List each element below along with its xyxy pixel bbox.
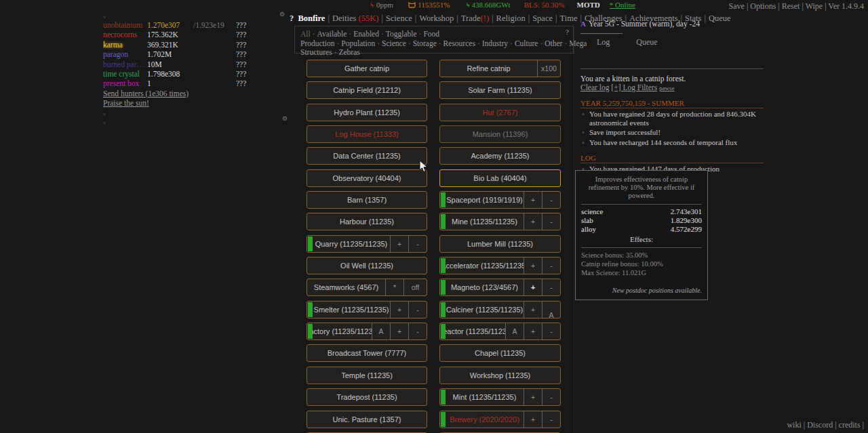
- collapse-section-icon[interactable]: v: [103, 110, 266, 117]
- motd-link[interactable]: MOTD: [577, 1, 600, 9]
- button-smelter[interactable]: Smelter (11235/11235)+-: [307, 301, 427, 318]
- praise-the-sun-link[interactable]: Praise the sun!: [103, 98, 266, 108]
- sub-button-blank[interactable]: -: [542, 213, 560, 230]
- sub-button-blank[interactable]: -: [542, 323, 560, 339]
- sub-button-blank[interactable]: -: [542, 279, 560, 295]
- button-hut[interactable]: Hut (2767): [439, 104, 561, 121]
- button-steamworks[interactable]: Steamworks (4567)*off: [307, 279, 427, 296]
- button-spaceport[interactable]: Spaceport (1919/1919)+-: [439, 191, 561, 209]
- filters-help-icon[interactable]: ?: [566, 28, 569, 37]
- sub-button-blank[interactable]: +: [524, 257, 542, 274]
- sub-button-blank[interactable]: -: [542, 257, 560, 274]
- tab-bonfire[interactable]: Bonfire: [298, 14, 325, 23]
- button-workshop[interactable]: Workshop (11235): [439, 367, 561, 384]
- tab-religion[interactable]: Religion: [496, 14, 526, 23]
- sub-button-blank[interactable]: -: [542, 411, 560, 428]
- sub-button-blank[interactable]: -: [408, 302, 427, 318]
- button-bio-lab[interactable]: Bio Lab (40404): [439, 169, 561, 187]
- tab-trade[interactable]: Trade(!): [461, 14, 489, 23]
- button-academy[interactable]: Academy (11235): [439, 147, 561, 165]
- button-mint[interactable]: Mint (11235/11235)+-: [439, 388, 561, 406]
- button-log-house[interactable]: Log House (11333): [307, 125, 427, 143]
- tab-science[interactable]: Science: [386, 14, 412, 23]
- sub-button-blank[interactable]: +: [524, 192, 542, 208]
- filter-science[interactable]: Science: [382, 39, 406, 47]
- wipe-link[interactable]: Wipe: [806, 1, 823, 11]
- sub-button-off[interactable]: off: [403, 279, 427, 295]
- collapse-section-icon[interactable]: v: [103, 119, 266, 126]
- filter-storage[interactable]: Storage: [413, 39, 437, 47]
- sub-button-blank[interactable]: -: [542, 389, 560, 405]
- filter-available[interactable]: Available: [317, 30, 347, 38]
- sub-button-blank[interactable]: +: [390, 302, 408, 318]
- button-gather-catnip[interactable]: Gather catnip: [307, 60, 427, 77]
- sub-button-blank[interactable]: +: [390, 236, 408, 252]
- sub-button-blank[interactable]: +: [524, 323, 542, 339]
- filter-resources[interactable]: Resources: [443, 39, 475, 47]
- sub-button-blank[interactable]: -: [408, 323, 427, 339]
- tab-workshop[interactable]: Workshop: [419, 14, 454, 23]
- reset-link[interactable]: Reset: [782, 1, 800, 11]
- button-mine[interactable]: Mine (11235/11235)+-: [439, 213, 561, 230]
- filter-culture[interactable]: Culture: [515, 39, 538, 47]
- button-broadcast-tower[interactable]: Broadcast Tower (7777): [307, 344, 427, 362]
- button-unic-pasture[interactable]: Unic. Pasture (1357): [307, 411, 427, 428]
- gear-icon[interactable]: ⚙: [282, 115, 288, 122]
- help-icon[interactable]: ?: [290, 14, 294, 23]
- sub-button-blank[interactable]: +: [524, 279, 542, 295]
- log-tab[interactable]: Log: [597, 37, 610, 47]
- sub-button-blank[interactable]: +: [524, 411, 542, 428]
- sub-button-a[interactable]: A: [542, 302, 560, 318]
- button-magneto[interactable]: Magneto (123/4567)+-: [439, 279, 561, 296]
- filter-population[interactable]: Population: [341, 39, 375, 47]
- button-observatory[interactable]: Observatory (40404): [307, 169, 427, 187]
- button-harbour[interactable]: Harbour (11235): [307, 213, 427, 230]
- button-chapel[interactable]: Chapel (11235): [439, 344, 561, 362]
- calendar-icon[interactable]: A: [580, 20, 586, 28]
- filter-other[interactable]: Other: [545, 39, 562, 47]
- online-link[interactable]: * Online: [610, 1, 635, 9]
- button-data-center[interactable]: Data Center (11235): [307, 147, 427, 165]
- button-quarry[interactable]: Quarry (11235/11235)+-: [307, 235, 427, 253]
- button-reactor[interactable]: Reactor (11235/11235)A+-: [439, 323, 561, 340]
- filter-togglable[interactable]: Togglable: [386, 30, 417, 38]
- button-barn[interactable]: Barn (1357): [307, 191, 427, 209]
- filter-enabled[interactable]: Enabled: [353, 30, 379, 38]
- button-solar-farm[interactable]: Solar Farm (11235): [439, 81, 561, 99]
- send-hunters-link[interactable]: Send hunters (1e306 times): [103, 89, 266, 98]
- button-mansion[interactable]: Mansion (11396): [439, 125, 561, 143]
- log-filters-link[interactable]: [+] Log Filters: [611, 83, 657, 91]
- button-tradepost[interactable]: Tradepost (11235): [307, 388, 427, 406]
- button-brewery[interactable]: Brewery (2020/2020)+-: [439, 411, 561, 428]
- sub-button-blank[interactable]: +: [390, 323, 408, 339]
- collapse-resources-icon[interactable]: v: [103, 14, 266, 20]
- filter-all[interactable]: All: [300, 30, 311, 38]
- sub-button-blank[interactable]: -: [408, 236, 427, 252]
- filter-industry[interactable]: Industry: [482, 39, 508, 47]
- tab-time[interactable]: Time: [560, 14, 578, 23]
- sub-button-blank[interactable]: +: [524, 213, 542, 230]
- credits-link[interactable]: credits: [839, 420, 861, 430]
- gear-icon[interactable]: ⚙: [279, 11, 285, 18]
- save-link[interactable]: Save: [729, 1, 745, 11]
- sub-button-x100[interactable]: x100: [537, 60, 560, 77]
- sub-button-blank[interactable]: -: [542, 192, 560, 208]
- button-oil-well[interactable]: Oil Well (11235): [307, 257, 427, 274]
- button-refine-catnip[interactable]: Refine catnipx100: [439, 60, 561, 77]
- sub-button-a[interactable]: A: [372, 323, 390, 339]
- tab-deities[interactable]: Deities (55K): [332, 14, 378, 23]
- sub-button-blank[interactable]: +: [524, 389, 542, 405]
- filter-zebras[interactable]: Zebras: [338, 48, 359, 56]
- queue-tab[interactable]: Queue: [636, 37, 657, 47]
- tab-space[interactable]: Space: [532, 14, 553, 23]
- sub-button-blank[interactable]: *: [385, 279, 403, 295]
- wiki-link[interactable]: wiki: [787, 420, 801, 430]
- button-lumber-mill[interactable]: Lumber Mill (11235): [439, 235, 561, 253]
- clear-log-link[interactable]: Clear log: [580, 83, 609, 91]
- pawse-link[interactable]: pawse: [659, 85, 675, 91]
- sub-button-a[interactable]: A: [505, 323, 524, 339]
- button-accelerator[interactable]: Accelerator (11235/11235)+-: [439, 257, 561, 274]
- button-hydro-plant[interactable]: Hydro Plant (11235): [307, 104, 427, 121]
- discord-link[interactable]: Discord: [807, 420, 833, 430]
- button-calciner[interactable]: Calciner (11235/11235)+A: [439, 301, 561, 318]
